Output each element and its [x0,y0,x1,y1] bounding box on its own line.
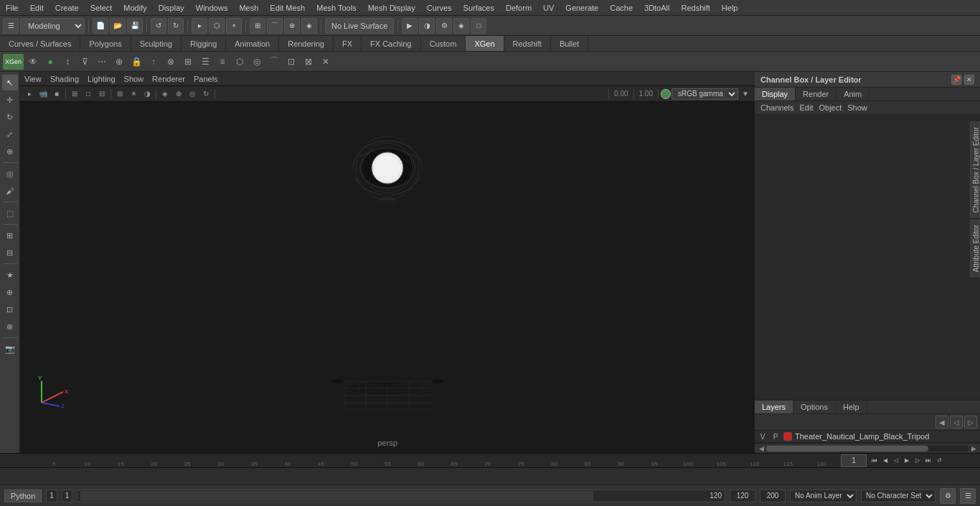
layers-tab-layers[interactable]: Layers [755,400,793,413]
vp-smooth-btn[interactable]: □ [82,88,95,100]
char-set-dropdown[interactable]: No Character Set [861,489,936,502]
xgen-tool-8[interactable]: 🔒 [128,54,144,70]
menu-3dtool[interactable]: 3DtoAll [639,2,675,14]
paint-weights-tool[interactable]: 🖌 [2,183,18,199]
soft-select-tool[interactable]: ◎ [2,166,18,182]
undo-btn[interactable]: ↺ [151,18,166,34]
menu-generate[interactable]: Generate [560,2,604,14]
mode-dropdown[interactable]: Modeling [20,18,85,34]
vp-select-btn[interactable]: ▸ [23,88,36,100]
layers-left-btn[interactable]: ◀ [936,416,948,428]
cb-menu-show[interactable]: Show [847,103,867,112]
cb-tab-display[interactable]: Display [755,88,796,100]
xgen-tool-13[interactable]: ≡ [215,54,230,70]
scene-viewport[interactable]: X Y Z persp [20,102,755,453]
status-extra-btn[interactable]: ☰ [960,488,976,504]
xgen-tool-10[interactable]: ⊗ [163,54,179,70]
select-obj-tool[interactable]: ↖ [2,75,18,90]
tab-animation[interactable]: Animation [226,36,279,51]
vp-color-btn[interactable]: ▼ [739,88,752,100]
menu-mesh[interactable]: Mesh [233,2,264,14]
menu-edit-mesh[interactable]: Edit Mesh [264,2,311,14]
menu-windows[interactable]: Windows [190,2,234,14]
cb-menu-channels[interactable]: Channels [760,103,793,112]
xgen-tool-15[interactable]: ◎ [249,54,265,70]
panel-close-btn[interactable]: ✕ [964,75,974,85]
tab-custom[interactable]: Custom [421,36,466,51]
xgen-tool-16[interactable]: ⌒ [266,54,282,70]
xgen-tool-5[interactable]: ⊽ [77,54,93,70]
snap-point-btn[interactable]: ⊕ [284,18,300,34]
menu-modify[interactable]: Modify [118,2,152,14]
vp-menu-panels[interactable]: Panels [194,75,218,83]
vp-shadow-btn[interactable]: ◑ [141,88,154,100]
color-space-dropdown[interactable]: sRGB gamma [672,88,738,100]
play-forward-btn[interactable]: ▶ [902,456,912,466]
tab-fx[interactable]: FX [334,36,362,51]
live-surface-btn[interactable]: No Live Surface [325,18,394,34]
next-frame-btn[interactable]: ▷ [913,456,923,466]
layer-color-swatch[interactable] [783,432,792,441]
scale-tool[interactable]: ⤢ [2,126,18,142]
xgen-tool-c[interactable]: ⊗ [2,319,18,334]
layer-visibility-btn[interactable]: V [758,433,768,441]
vtab-attribute-editor[interactable]: Attribute Editor [970,220,980,277]
menu-redshift[interactable]: Redshift [675,2,715,14]
status-settings-btn[interactable]: ⚙ [940,488,956,504]
redo-btn[interactable]: ↻ [168,18,184,34]
snap-surface-btn[interactable]: ◈ [301,18,317,34]
vp-menu-view[interactable]: View [24,75,42,83]
xgen-tool-2[interactable]: 👁 [25,54,41,70]
select-tool-btn[interactable]: ▸ [192,18,207,34]
vp-xray-btn[interactable]: ⊟ [95,88,108,100]
xgen-paint-tool[interactable]: ★ [2,267,18,283]
tab-polygons[interactable]: Polygons [80,36,131,51]
render-btn[interactable]: ▶ [402,18,418,34]
xgen-tool-1[interactable]: XGen [3,54,24,70]
tab-xgen[interactable]: XGen [466,36,504,51]
vp-menu-show[interactable]: Show [124,75,144,83]
snap-grid-btn[interactable]: ⊞ [250,18,265,34]
menu-file[interactable]: File [0,2,24,14]
move-tool[interactable]: ✛ [2,92,18,108]
vp-light-btn[interactable]: ☀ [127,88,140,100]
anim-layer-dropdown[interactable]: No Anim Layer [790,489,857,502]
xgen-tool-19[interactable]: ✕ [318,54,334,70]
lasso-tool-btn[interactable]: ⬡ [209,18,225,34]
tab-sculpting[interactable]: Sculpting [131,36,182,51]
save-scene-btn[interactable]: 💾 [127,18,143,34]
camera-tool[interactable]: 📷 [2,341,18,357]
scroll-track[interactable] [766,446,969,451]
rotate-tool[interactable]: ↻ [2,109,18,125]
render-view-btn[interactable]: □ [471,18,486,34]
vp-menu-lighting[interactable]: Lighting [88,75,116,83]
cb-menu-edit[interactable]: Edit [799,103,813,112]
max-frame-input[interactable] [760,489,786,502]
menu-curves[interactable]: Curves [421,2,458,14]
xgen-tool-7[interactable]: ⊕ [111,54,127,70]
tab-redshift[interactable]: Redshift [504,36,551,51]
xgen-tool-3[interactable]: ● [42,54,58,70]
goto-start-btn[interactable]: ⏮ [870,456,880,466]
play-back-btn[interactable]: ◁ [891,456,901,466]
vp-texture-btn[interactable]: ◈ [159,88,171,100]
xgen-tool-a[interactable]: ⊕ [2,284,18,300]
tab-rigging[interactable]: Rigging [182,36,226,51]
toggle-mode-btn[interactable]: ☰ [3,18,19,34]
tab-bullet[interactable]: Bullet [551,36,589,51]
layers-next-btn[interactable]: ▷ [964,416,977,428]
vp-grid-btn[interactable]: ⊞ [113,88,126,100]
scroll-right-arrow[interactable]: ▶ [969,444,979,454]
layers-tab-options[interactable]: Options [793,400,836,413]
menu-create[interactable]: Create [50,2,85,14]
menu-mesh-tools[interactable]: Mesh Tools [311,2,362,14]
vp-menu-shading[interactable]: Shading [50,75,79,83]
render-settings-btn[interactable]: ⚙ [436,18,452,34]
tab-curves-surfaces[interactable]: Curves / Surfaces [0,36,80,51]
menu-surfaces[interactable]: Surfaces [458,2,500,14]
menu-uv[interactable]: UV [537,2,560,14]
vp-aa-btn[interactable]: ⊕ [172,88,185,100]
scroll-left-arrow[interactable]: ◀ [756,444,766,454]
menu-help[interactable]: Help [716,2,744,14]
vp-mode-btn[interactable]: ■ [50,88,63,100]
